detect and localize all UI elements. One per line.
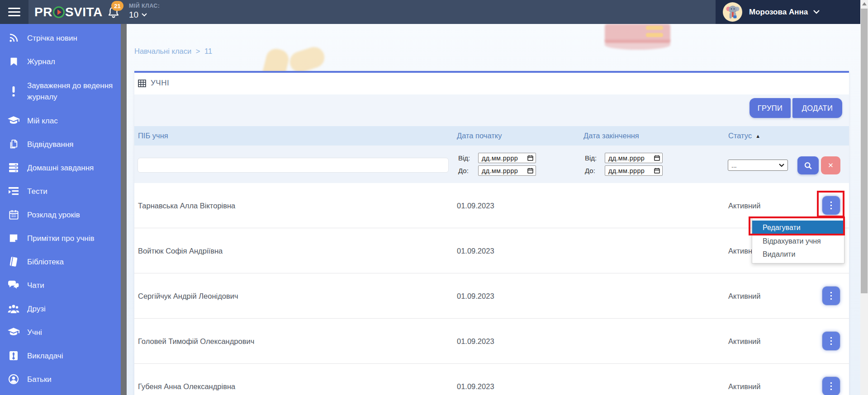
student-name: Сергійчук Андрій Леонідович <box>138 273 238 319</box>
groups-button[interactable]: ГРУПИ <box>749 98 791 118</box>
class-selector[interactable]: МІЙ КЛАС: 10 <box>129 3 160 20</box>
sidebar-item-label: Розклад уроків <box>27 209 85 221</box>
from-label: Від: <box>458 154 478 162</box>
calendar-picker-icon[interactable] <box>527 168 533 174</box>
column-header-start-date[interactable]: Дата початку <box>457 126 502 146</box>
column-header-status[interactable]: Статус ▲ <box>728 126 760 146</box>
end-date-from-input[interactable]: дд.мм.рррр <box>605 153 663 163</box>
start-date-to-input[interactable]: дд.мм.рррр <box>478 165 536 176</box>
end-date-filter-group: Від: дд.мм.рррр До: дд.мм.рррр <box>585 153 663 176</box>
menu-item-expel-student[interactable]: Відрахувати учня <box>752 235 844 248</box>
book-icon <box>8 256 19 268</box>
sidebar-item-students[interactable]: Учні <box>0 320 121 344</box>
app-logo[interactable]: PR SVITA <box>34 0 103 24</box>
sidebar-item-chats[interactable]: Чати <box>0 273 121 297</box>
calendar-picker-icon[interactable] <box>654 155 660 161</box>
search-button[interactable] <box>797 156 819 174</box>
homework-icon <box>8 162 19 174</box>
sidebar-nav: Стрічка новин Журнал Зауваження до веден… <box>0 24 121 395</box>
graduation-cap-icon <box>8 326 19 338</box>
watermark-book-stripe <box>646 33 663 37</box>
sidebar-item-label: Друзі <box>27 303 50 315</box>
sidebar-item-teachers[interactable]: Викладачі <box>0 344 121 367</box>
row-actions-button[interactable] <box>822 376 840 395</box>
breadcrumb-classes-link[interactable]: Навчальні класи <box>134 47 191 55</box>
sidebar-item-label: Стрічка новин <box>27 33 82 44</box>
scrollbar-thumb[interactable] <box>861 9 868 293</box>
tests-icon <box>8 185 19 197</box>
sidebar-item-my-class[interactable]: Мій клас <box>0 109 121 132</box>
class-selector-value: 10 <box>129 10 138 20</box>
sidebar-item-label: Батьки <box>27 374 56 385</box>
clear-filter-button[interactable]: ✕ <box>821 156 840 174</box>
sidebar-item-journal-remarks[interactable]: Зауваження до ведення журналу <box>0 73 121 109</box>
sidebar-item-label: Зауваження до ведення журналу <box>27 80 121 103</box>
sidebar-item-parents[interactable]: Батьки <box>0 367 121 391</box>
breadcrumb: Навчальні класи > 11 <box>134 47 214 56</box>
sidebar-item-journal[interactable]: Журнал <box>0 50 121 73</box>
sidebar-item-homework[interactable]: Домашні завдання <box>0 156 121 179</box>
start-date: 01.09.2023 <box>457 319 494 364</box>
sidebar-item-label: Журнал <box>27 56 60 67</box>
name-filter-input[interactable] <box>138 158 449 173</box>
sidebar-item-student-notes[interactable]: Примітки про учнів <box>0 226 121 250</box>
table-row: Сергійчук Андрій Леонідович 01.09.2023 А… <box>134 273 849 319</box>
class-selector-label: МІЙ КЛАС: <box>129 3 160 9</box>
end-date-to-input[interactable]: дд.мм.рррр <box>605 165 663 176</box>
calendar-picker-icon[interactable] <box>527 155 533 161</box>
sidebar-item-label: Примітки про учнів <box>27 233 99 244</box>
card-title: УЧНІ <box>138 79 169 88</box>
hamburger-icon <box>8 8 20 16</box>
start-date-from-input[interactable]: дд.мм.рррр <box>478 153 536 163</box>
hamburger-menu-button[interactable] <box>0 0 28 24</box>
sidebar-scrollbar[interactable] <box>121 24 127 395</box>
student-name: Войтюк Софія Андріївна <box>138 228 223 273</box>
tie-icon <box>8 350 19 362</box>
card-title-text: УЧНІ <box>151 79 169 88</box>
sidebar-item-label: Учні <box>27 327 47 338</box>
scrollbar-up-arrow[interactable] <box>862 2 867 5</box>
sidebar-item-news-feed[interactable]: Стрічка новин <box>0 26 121 50</box>
start-date: 01.09.2023 <box>457 183 494 228</box>
table-grid-icon <box>138 80 146 87</box>
watermark-book-stripe <box>646 26 663 30</box>
search-icon <box>804 161 812 170</box>
row-actions-button[interactable] <box>822 196 840 215</box>
user-name: Морозова Анна <box>749 8 808 17</box>
start-date: 01.09.2023 <box>457 273 494 319</box>
menu-item-delete[interactable]: Видалити <box>752 248 844 261</box>
row-actions-button[interactable] <box>822 286 840 306</box>
breadcrumb-current: 11 <box>204 47 212 55</box>
column-header-end-date[interactable]: Дата закінчення <box>583 126 639 146</box>
logo-text-pre: PR <box>34 5 52 19</box>
sidebar-item-label: Бібліотека <box>27 256 68 268</box>
sidebar-item-schedule[interactable]: Розклад уроків <box>0 203 121 226</box>
table-row: Тарнавська Алла Вікторівна 01.09.2023 Ак… <box>134 183 849 228</box>
bookmark-icon <box>8 56 19 67</box>
status-filter-select[interactable]: ... <box>728 160 788 171</box>
sidebar-item-library[interactable]: Бібліотека <box>0 250 121 273</box>
page-scrollbar[interactable] <box>860 0 868 395</box>
sidebar-item-label: Тести <box>27 186 52 197</box>
sidebar-item-friends[interactable]: Друзі <box>0 297 121 320</box>
status-value: Активний <box>728 319 761 364</box>
sidebar-item-label: Чати <box>27 280 49 291</box>
sidebar-item-attendance[interactable]: Відвідування <box>0 132 121 156</box>
sidebar-item-label: Відвідування <box>27 139 78 150</box>
watermark-mascot <box>287 44 327 75</box>
add-button[interactable]: ДОДАТИ <box>792 98 842 118</box>
menu-item-edit[interactable]: Редагувати <box>752 221 844 235</box>
user-menu[interactable]: Морозова Анна <box>716 0 860 24</box>
row-actions-button[interactable] <box>822 331 840 351</box>
app-root: PR SVITA 21 МІЙ КЛАС: 10 <box>0 0 868 395</box>
sidebar-item-label: Викладачі <box>27 350 67 362</box>
start-date-filter-group: Від: дд.мм.рррр До: дд.мм.рррр <box>458 153 536 176</box>
column-header-name[interactable]: ПІБ учня <box>138 126 168 146</box>
sidebar-item-label: Мій клас <box>27 115 62 127</box>
sidebar-item-tests[interactable]: Тести <box>0 179 121 203</box>
calendar-picker-icon[interactable] <box>654 168 660 174</box>
status-value: Активний <box>728 273 761 319</box>
from-label: Від: <box>585 154 605 162</box>
attendance-icon <box>8 138 19 150</box>
exclamation-icon <box>8 85 19 97</box>
